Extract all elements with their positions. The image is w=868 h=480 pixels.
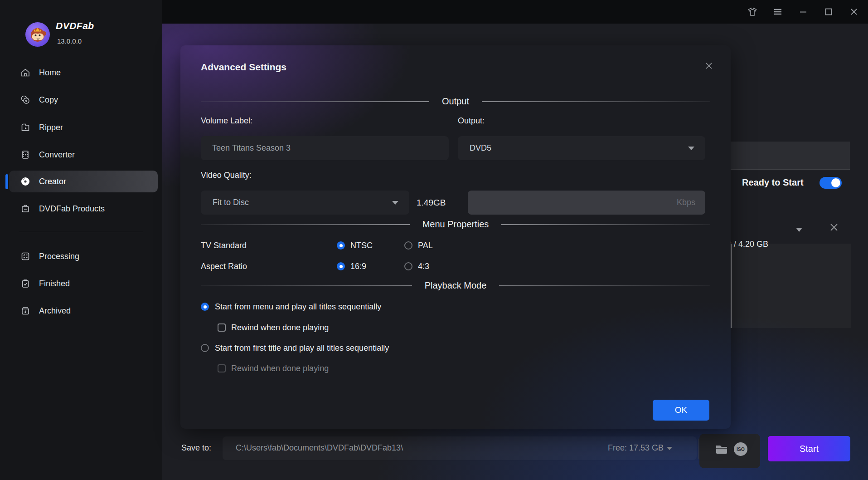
task-expand-caret-icon[interactable] — [796, 228, 802, 232]
home-icon — [20, 68, 30, 78]
dialog-title: Advanced Settings — [201, 62, 286, 73]
checkbox-rewind-1[interactable] — [218, 323, 226, 332]
sidebar-item-home[interactable]: Home — [9, 62, 158, 83]
ready-status-text: Ready to Start — [742, 177, 804, 188]
ready-toggle[interactable] — [820, 177, 842, 189]
archived-icon — [20, 306, 30, 316]
section-output: Output — [201, 96, 710, 107]
sidebar-item-archived[interactable]: Archived — [9, 300, 158, 322]
output-target-group — [699, 434, 760, 468]
dialog-close-icon[interactable] — [704, 61, 713, 72]
video-quality-select[interactable]: Fit to Disc — [201, 191, 409, 215]
ok-button[interactable]: OK — [653, 400, 709, 421]
sidebar-item-label: Converter — [39, 150, 75, 160]
section-menu-properties: Menu Properties — [201, 219, 710, 230]
maximize-icon[interactable] — [823, 6, 834, 18]
tv-standard-label: TV Standard — [201, 241, 247, 250]
sidebar-item-copy[interactable]: Copy — [9, 89, 158, 111]
sidebar-divider — [19, 232, 143, 232]
ntsc-label: NTSC — [350, 241, 373, 250]
products-icon — [20, 204, 30, 214]
sidebar-item-label: Archived — [39, 306, 71, 316]
chevron-down-icon — [667, 447, 672, 450]
sidebar: DVDFab 13.0.0.0 Home Copy Ripper Convert… — [0, 0, 162, 480]
radio-ntsc[interactable] — [337, 241, 345, 250]
app-name: DVDFab — [56, 20, 94, 31]
section-playback-mode: Playback Mode — [201, 280, 710, 291]
section-output-title: Output — [442, 96, 469, 107]
kbps-input[interactable] — [468, 191, 705, 215]
volume-label: Volume Label: — [201, 116, 252, 126]
save-path-text: C:\Users\fab\Documents\DVDFab\DVDFab13\ — [236, 443, 403, 453]
radio-start-from-menu[interactable] — [201, 303, 209, 311]
aspect-16-9-label: 16:9 — [350, 262, 366, 271]
sidebar-item-label: Home — [39, 68, 61, 78]
titlebar — [162, 0, 868, 24]
finished-icon — [20, 279, 30, 289]
dvdfab-logo-icon — [24, 21, 51, 49]
sidebar-item-creator[interactable]: Creator — [9, 171, 158, 192]
free-space-text: Free: 17.53 GB — [608, 443, 664, 453]
start-from-menu-label: Start from menu and play all titles sequ… — [215, 302, 381, 312]
bottom-bar-divider — [698, 439, 698, 459]
section-playback-title: Playback Mode — [425, 280, 487, 291]
copy-icon — [20, 95, 30, 105]
sidebar-item-finished[interactable]: Finished — [9, 273, 158, 294]
video-quality-value: Fit to Disc — [201, 198, 249, 207]
video-quality-label: Video Quality: — [201, 171, 252, 180]
ripper-icon — [20, 122, 30, 132]
task-close-icon[interactable] — [829, 222, 839, 235]
active-indicator-bar — [5, 174, 8, 189]
converter-icon — [20, 150, 30, 160]
section-menu-title: Menu Properties — [422, 219, 489, 230]
app-version: 13.0.0.0 — [57, 37, 82, 45]
chevron-down-icon — [392, 201, 398, 205]
hamburger-menu-icon[interactable] — [772, 6, 784, 18]
output-label: Output: — [458, 116, 485, 126]
output-select-value: DVD5 — [458, 143, 491, 153]
advanced-settings-dialog: Advanced Settings Output Volume Label: O… — [180, 45, 731, 429]
iso-output-icon[interactable]: ISO — [734, 442, 747, 456]
aspect-4-3-label: 4:3 — [418, 262, 429, 271]
close-window-icon[interactable] — [848, 6, 860, 18]
toggle-knob — [831, 178, 840, 187]
sidebar-item-label: Copy — [39, 95, 58, 105]
folder-output-icon[interactable] — [714, 441, 729, 457]
aspect-ratio-label: Aspect Ratio — [201, 262, 247, 271]
radio-start-from-first-title[interactable] — [201, 344, 209, 352]
minimize-icon[interactable] — [797, 6, 809, 18]
task-item-panel — [731, 244, 851, 328]
sidebar-item-label: Creator — [39, 177, 66, 186]
rewind-label-1: Rewind when done playing — [231, 323, 329, 333]
task-header-panel — [727, 142, 850, 170]
app-window: DVDFab 13.0.0.0 Home Copy Ripper Convert… — [0, 0, 868, 480]
radio-pal[interactable] — [404, 241, 412, 250]
chevron-down-icon — [688, 147, 694, 150]
sidebar-item-dvdfab-products[interactable]: DVDFab Products — [9, 198, 158, 220]
sidebar-item-label: Ripper — [39, 123, 63, 132]
start-from-first-title-label: Start from first title and play all titl… — [215, 343, 389, 353]
sidebar-item-ripper[interactable]: Ripper — [9, 117, 158, 138]
save-to-label: Save to: — [181, 443, 211, 453]
theme-tshirt-icon[interactable] — [747, 6, 758, 18]
sidebar-item-converter[interactable]: Converter — [9, 144, 158, 166]
estimated-size-text: 1.49GB — [417, 198, 446, 208]
volume-label-input-value[interactable] — [201, 136, 449, 160]
checkbox-rewind-2[interactable] — [218, 364, 226, 372]
radio-16-9[interactable] — [337, 262, 345, 270]
volume-label-input[interactable] — [201, 136, 449, 160]
sidebar-item-label: Processing — [39, 252, 79, 261]
start-button[interactable]: Start — [768, 436, 850, 461]
free-space-dropdown[interactable]: Free: 17.53 GB — [608, 443, 672, 453]
output-select[interactable]: DVD5 — [458, 136, 705, 160]
sidebar-item-label: Finished — [39, 279, 70, 289]
kbps-input-value[interactable] — [468, 191, 705, 215]
rewind-label-2: Rewind when done playing — [231, 364, 329, 373]
radio-4-3[interactable] — [404, 262, 412, 270]
creator-icon — [20, 176, 30, 186]
sidebar-item-label: DVDFab Products — [39, 204, 105, 214]
sidebar-item-processing[interactable]: Processing — [9, 245, 158, 267]
processing-icon — [20, 251, 30, 261]
pal-label: PAL — [418, 241, 433, 250]
